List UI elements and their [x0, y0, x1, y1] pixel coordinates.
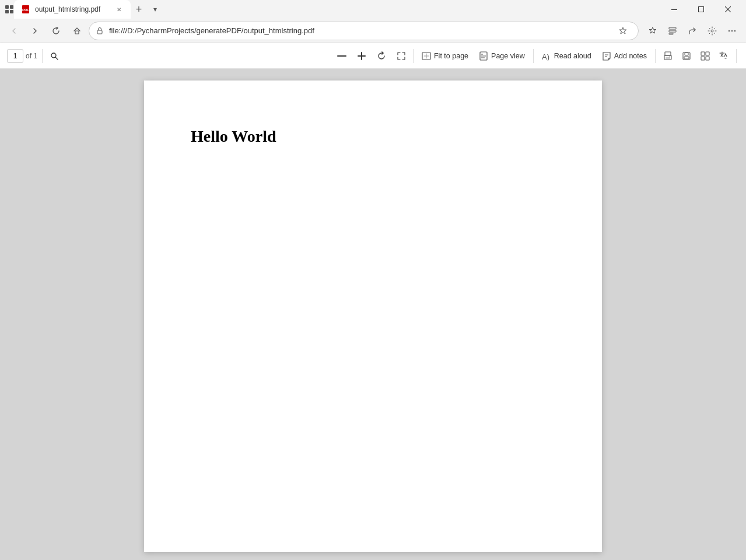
toolbar-divider-2 [533, 49, 534, 63]
svg-point-16 [729, 30, 730, 31]
read-aloud-icon: A) [542, 51, 551, 61]
pdf-heading: Hello World [191, 127, 555, 146]
read-aloud-label: Read aloud [554, 52, 591, 60]
lock-icon [96, 27, 104, 35]
pdf-search-button[interactable] [46, 48, 62, 64]
window-controls [661, 0, 741, 19]
svg-point-15 [711, 30, 713, 32]
fit-to-page-icon [422, 51, 431, 61]
toolbar-divider-1 [413, 49, 414, 63]
svg-rect-34 [666, 57, 670, 59]
thumbnail-view-button[interactable] [696, 47, 714, 65]
svg-rect-2 [5, 10, 9, 13]
favorites-sidebar-button[interactable] [643, 22, 662, 40]
svg-rect-39 [701, 52, 705, 55]
settings-button[interactable] [703, 22, 722, 40]
tab-close-button[interactable]: ✕ [114, 5, 124, 14]
print-button[interactable] [659, 47, 677, 65]
more-button[interactable] [723, 22, 741, 40]
addressbar-row: file:///D:/PycharmProjects/generatePDF/o… [0, 19, 746, 43]
share-button[interactable] [683, 22, 702, 40]
svg-rect-1 [10, 5, 13, 9]
svg-point-17 [731, 30, 733, 31]
svg-rect-14 [669, 33, 673, 34]
svg-rect-13 [669, 30, 676, 32]
zoom-out-button[interactable] [334, 48, 350, 64]
browser-icon [5, 5, 14, 14]
svg-rect-10 [75, 31, 79, 34]
svg-point-35 [669, 56, 670, 57]
svg-rect-23 [358, 55, 366, 57]
toolbar-divider-4 [736, 49, 737, 63]
page-view-label: Page view [491, 52, 525, 60]
add-notes-button[interactable]: Add notes [597, 47, 652, 65]
svg-rect-21 [337, 55, 346, 57]
svg-rect-41 [701, 57, 705, 60]
tab-list-button[interactable]: ▾ [147, 1, 163, 18]
minimize-button[interactable] [661, 0, 688, 19]
tab-title: output_htmlstring.pdf [35, 5, 110, 13]
svg-rect-40 [706, 52, 709, 55]
pdf-page: Hello World [144, 80, 602, 552]
pdf-toolbar: 1 of 1 Fit to page Page view [0, 43, 746, 69]
svg-rect-11 [97, 30, 102, 34]
address-bar-actions [615, 23, 631, 39]
svg-line-20 [55, 57, 58, 60]
zoom-in-button[interactable] [353, 48, 370, 64]
back-button[interactable] [5, 22, 23, 40]
page-view-button[interactable]: Page view [474, 47, 530, 65]
zoom-controls [334, 48, 409, 64]
svg-rect-3 [10, 10, 13, 13]
page-number-input[interactable]: 1 [7, 49, 23, 63]
svg-text:PDF: PDF [22, 8, 29, 12]
new-tab-button[interactable]: + [131, 1, 147, 18]
svg-rect-7 [699, 7, 704, 12]
tab-favicon: PDF [21, 5, 30, 14]
toolbar-icons [643, 22, 741, 40]
favorite-button[interactable] [615, 23, 631, 39]
svg-rect-37 [685, 52, 688, 55]
page-total: of 1 [26, 52, 37, 60]
fit-to-page-label: Fit to page [434, 52, 468, 60]
titlebar: PDF output_htmlstring.pdf ✕ + ▾ [0, 0, 746, 19]
pdf-viewer-area: Hello World [0, 69, 746, 560]
svg-rect-38 [684, 57, 689, 59]
rotation-button[interactable] [373, 48, 390, 64]
home-button[interactable] [68, 22, 86, 40]
svg-point-18 [734, 30, 736, 31]
add-notes-label: Add notes [614, 52, 647, 60]
translate-button[interactable] [715, 47, 733, 65]
forward-button[interactable] [26, 22, 44, 40]
save-button[interactable] [678, 47, 695, 65]
address-bar[interactable]: file:///D:/PycharmProjects/generatePDF/o… [89, 22, 639, 40]
page-navigation: 1 of 1 [7, 49, 43, 63]
url-text: file:///D:/PycharmProjects/generatePDF/o… [109, 26, 610, 35]
tab-bar: PDF output_htmlstring.pdf ✕ + ▾ [5, 0, 656, 19]
active-tab[interactable]: PDF output_htmlstring.pdf ✕ [14, 0, 131, 19]
svg-rect-0 [5, 5, 9, 9]
close-button[interactable] [715, 0, 741, 19]
svg-rect-6 [671, 9, 677, 10]
read-aloud-button[interactable]: A) Read aloud [537, 47, 596, 65]
refresh-button[interactable] [47, 22, 65, 40]
page-view-icon [479, 51, 488, 61]
svg-rect-12 [669, 27, 676, 29]
fit-to-page-button[interactable]: Fit to page [417, 47, 473, 65]
collections-button[interactable] [663, 22, 682, 40]
toolbar-divider-3 [655, 49, 656, 63]
add-notes-icon [602, 51, 611, 61]
svg-rect-42 [706, 57, 709, 60]
svg-text:A): A) [542, 52, 549, 61]
maximize-button[interactable] [688, 0, 715, 19]
fullscreen-button[interactable] [393, 48, 409, 64]
svg-rect-32 [665, 52, 671, 55]
